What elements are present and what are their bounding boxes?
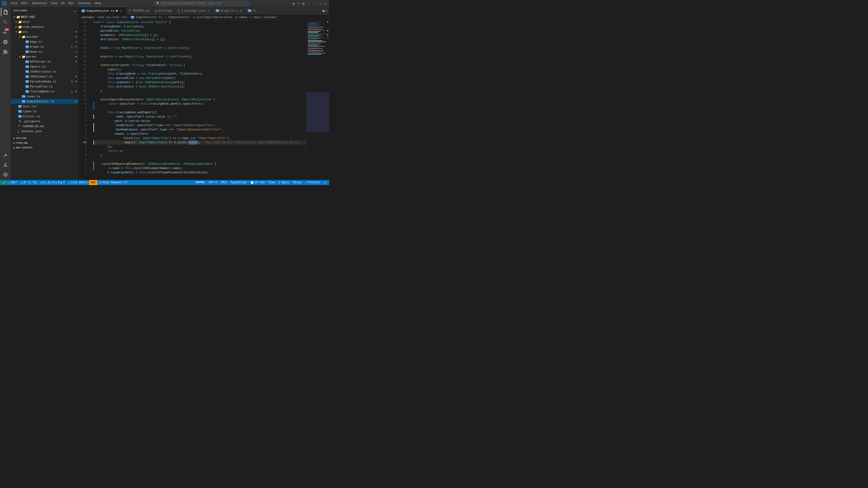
status-aws[interactable]: AWS bbox=[89, 180, 98, 185]
menu-help[interactable]: Help bbox=[93, 1, 103, 5]
sidebar-item-dist[interactable]: ▶ 📁 dist bbox=[11, 20, 79, 24]
activity-extensions[interactable] bbox=[1, 47, 10, 57]
status-flow[interactable]: Flow bbox=[267, 180, 277, 185]
split-editor-icon[interactable]: ▦ bbox=[322, 9, 324, 13]
sidebar-item-parser[interactable]: ▼ 📁 parser ● bbox=[11, 54, 79, 59]
menu-go[interactable]: Go bbox=[59, 1, 66, 5]
menu-file[interactable]: File bbox=[9, 1, 19, 5]
tab-readme[interactable]: M↓ README.md bbox=[126, 7, 152, 15]
svg-rect-14 bbox=[308, 34, 325, 34]
menu-edit[interactable]: Edit bbox=[20, 1, 30, 5]
global-search[interactable]: 🔍 [Extension Development Host] next-viz bbox=[154, 1, 249, 6]
npm-scripts-section[interactable]: ▶ NPM SCRIPTS bbox=[11, 145, 79, 150]
sidebar-item-node-modules[interactable]: ▶ 📁 node_modules bbox=[11, 24, 79, 29]
settings-icon: ⚙ bbox=[155, 9, 157, 13]
tab-simplevisitor[interactable]: TS SimpleVisitor.ts ✕ bbox=[79, 7, 126, 15]
sidebar-item-node-ts[interactable]: ▶ TS Node.ts U bbox=[11, 49, 79, 54]
layout-btn-3[interactable]: ▧ bbox=[302, 2, 305, 5]
sidebar-item-parsedfile-ts[interactable]: ▶ TS ParsedFile.ts bbox=[11, 84, 79, 89]
more-actions-icon[interactable]: ⋯ bbox=[326, 9, 327, 13]
tab-package-json[interactable]: { } package.json →\ bbox=[175, 7, 213, 15]
breadcrumb-visitimportdeclaration[interactable]: ⚙ visitImportDeclaration bbox=[193, 15, 232, 19]
project-root[interactable]: ▼ 📁 NEXT-VIZ bbox=[11, 14, 79, 20]
status-errors[interactable]: ✕ 0 △ 0 ✕ 6 △ 0 ▶ 4 bbox=[38, 180, 66, 185]
status-live-share[interactable]: ↗ Live Share bbox=[66, 180, 89, 185]
menu-terminal[interactable]: Terminal bbox=[76, 1, 92, 5]
activity-settings[interactable] bbox=[1, 170, 10, 179]
sidebar-item-module-json[interactable]: ▶ { } module.json bbox=[11, 129, 79, 134]
sidebar-item-parsablenode-ts[interactable]: ▶ TS ParsableNode.ts 3, M bbox=[11, 79, 79, 84]
layout-btn-2[interactable]: ▭ bbox=[297, 2, 300, 5]
breadcrumb-map-callback[interactable]: □ map() callback bbox=[250, 16, 276, 19]
activity-search[interactable] bbox=[1, 18, 10, 27]
menu-selection[interactable]: Selection bbox=[30, 1, 49, 5]
sidebar-item-graph-ts[interactable]: ▶ TS Graph.ts 2, U bbox=[11, 44, 79, 49]
sidebar-item-builder[interactable]: ▼ 📁 builder ● bbox=[11, 34, 79, 39]
restore-button[interactable]: ◻ bbox=[319, 2, 322, 5]
menu-run[interactable]: Run bbox=[67, 1, 75, 5]
code-line: parsedFile: ParsedFile; bbox=[93, 29, 307, 33]
line-num: 26 bbox=[79, 29, 89, 33]
minimize-button[interactable]: − bbox=[314, 2, 317, 5]
git-branch-icon: ∴ bbox=[8, 181, 10, 184]
breadcrumb-src[interactable]: src bbox=[123, 16, 127, 19]
status-prettier[interactable]: ✓ Prettier bbox=[303, 180, 322, 185]
layout-btn-4[interactable]: ⋮ bbox=[307, 2, 310, 5]
status-language[interactable]: TypeScript bbox=[229, 180, 249, 185]
sidebar-item-import-ts[interactable]: ▶ TS Import.ts bbox=[11, 64, 79, 69]
status-time[interactable]: 🕐 2h 41m bbox=[249, 180, 266, 185]
outline-section[interactable]: ▶ OUTLINE bbox=[11, 136, 79, 140]
code-editor[interactable]: export class SimpleVisitor extends Visit… bbox=[91, 20, 307, 180]
back-button[interactable]: ← bbox=[106, 2, 107, 5]
sidebar-item-astparser-ts[interactable]: ▶ TS ASTParser.ts M bbox=[11, 59, 79, 64]
tab-close-icon[interactable]: ✕ bbox=[119, 9, 123, 13]
status-spell[interactable]: 1 Spell bbox=[276, 180, 291, 185]
status-ninja[interactable]: Ninja bbox=[291, 180, 303, 185]
forward-button[interactable]: → bbox=[109, 2, 111, 5]
sidebar-item-jsxelement-ts[interactable]: ▶ TS JSXElement.ts M bbox=[11, 74, 79, 79]
tab-pa[interactable]: TS Pa... bbox=[245, 7, 265, 15]
close-button[interactable]: ✕ bbox=[324, 2, 327, 5]
status-remote[interactable]: ☍ bbox=[1, 180, 6, 185]
minimap-canvas bbox=[307, 20, 329, 156]
sidebar-item-changelog-md[interactable]: ▶ M↓ CHANGELOG.md bbox=[11, 124, 79, 129]
status-mode[interactable]: NORMAL bbox=[193, 180, 207, 185]
sidebar-item-simplevisitor-ts[interactable]: ▶ TS SimpleVisitor.ts M bbox=[11, 99, 79, 104]
sidebar-item-edge-ts[interactable]: ▶ TS Edge.ts U bbox=[11, 39, 79, 44]
code-line: elements: JSXElementClass[] = []; bbox=[93, 33, 307, 37]
menu-view[interactable]: View bbox=[49, 1, 59, 5]
activity-account[interactable] bbox=[1, 160, 10, 169]
editor-content[interactable]: 29 27 26 25 24 23 22 21 20 19 18 17 16 1… bbox=[79, 20, 307, 180]
breadcrumb-simplevisitor-ts[interactable]: SimpleVisitor.ts bbox=[135, 16, 162, 19]
breadcrumb-packages[interactable]: packages bbox=[81, 16, 94, 19]
status-line-ending[interactable]: CRLF bbox=[219, 180, 229, 185]
status-sync-2[interactable]: ↻ bbox=[322, 180, 328, 185]
breadcrumb-next-viz-core[interactable]: next-viz-core bbox=[98, 16, 119, 19]
layout-btn-1[interactable]: ▤ bbox=[292, 2, 295, 5]
activity-explorer[interactable] bbox=[1, 8, 10, 17]
tab-settings[interactable]: ⚙ Settings bbox=[152, 7, 175, 15]
breadcrumb-named[interactable]: ⚙ named bbox=[236, 15, 247, 19]
new-file-icon[interactable]: … bbox=[74, 8, 76, 13]
sidebar-item-jsxattribute-ts[interactable]: ▶ TS JSXAttribute.ts bbox=[11, 69, 79, 74]
activity-debug[interactable] bbox=[1, 37, 10, 46]
code-line: } bbox=[93, 89, 307, 93]
status-sync[interactable]: ↻ 0↑ 1↓ 61 bbox=[19, 180, 38, 185]
tab-graph-ts[interactable]: TS Graph.ts 2, U bbox=[213, 7, 245, 15]
sidebar-item-tracingnode-ts[interactable]: ▶ TS TracingNode.ts 1, M bbox=[11, 89, 79, 94]
status-encoding[interactable]: UTF-8 bbox=[207, 180, 219, 185]
activity-remote[interactable] bbox=[1, 150, 10, 159]
sidebar-item-gitignore[interactable]: ▶ ■ .gitignore bbox=[11, 119, 79, 124]
sidebar-item-test-tsx[interactable]: ▶ TS test.tsx bbox=[11, 104, 79, 109]
activity-scm[interactable]: 92 bbox=[1, 28, 10, 37]
sidebar-item-types-ts[interactable]: ▶ TS types.ts bbox=[11, 109, 79, 114]
status-branch[interactable]: ∴ dev* bbox=[6, 180, 19, 185]
sidebar-item-visitor-ts[interactable]: ▶ TS Visitor.ts bbox=[11, 114, 79, 119]
sidebar-item-index-ts[interactable]: ▶ TS index.ts bbox=[11, 94, 79, 99]
status-pull-request[interactable]: ⓡ Pull Request #7 bbox=[97, 180, 129, 185]
line-num: 27 bbox=[79, 24, 89, 29]
sidebar-item-src[interactable]: ▼ 📁 src ● bbox=[11, 29, 79, 34]
chevron-right-icon: ▶ bbox=[13, 146, 15, 149]
timeline-section[interactable]: ▶ TIMELINE bbox=[11, 140, 79, 145]
breadcrumb-simplevisitor-class[interactable]: □ SimpleVisitor bbox=[165, 16, 190, 19]
